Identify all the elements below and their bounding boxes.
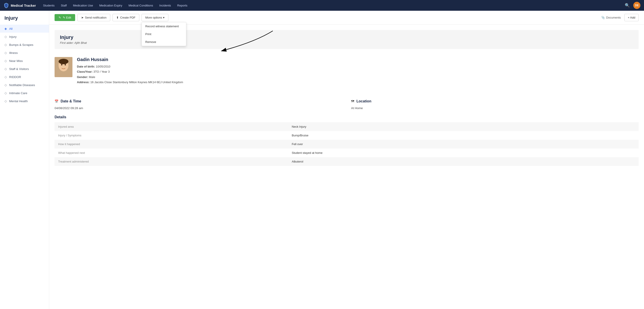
injury-icon: ◇	[4, 35, 7, 38]
detail-label: Injured area	[54, 122, 288, 131]
sidebar-item-riddor[interactable]: ◇ RIDDOR	[0, 73, 49, 81]
location-header: 🗺 Location	[351, 99, 639, 103]
all-icon: ◈	[4, 27, 7, 30]
dropdown-item-print[interactable]: Print	[142, 30, 186, 38]
detail-label: What happened next	[54, 148, 288, 157]
staff-visitors-icon: ◇	[4, 67, 7, 71]
more-options-dropdown[interactable]: More options ▾ Record witness statement …	[142, 14, 168, 21]
table-row: Injured area Neck Injury	[54, 122, 639, 131]
gender-value: Male	[89, 75, 95, 79]
table-row: What happened next Student stayed at hom…	[54, 148, 639, 157]
dropdown-item-remove[interactable]: Remove	[142, 38, 186, 46]
detail-label: Treatment administered	[54, 157, 288, 166]
class-row: Class/Year: 3TO / Year 3	[77, 69, 183, 74]
sidebar-item-bumps[interactable]: ◇ Bumps & Scrapes	[0, 41, 49, 49]
table-row: How it happened Fell over	[54, 140, 639, 148]
nav-medication-expiry[interactable]: Medication Expiry	[96, 0, 125, 11]
dob-row: Date of birth: 10/05/2010	[77, 64, 183, 69]
date-time-section: 📅 Date & Time 04/08/2022 09:28 am	[54, 95, 342, 110]
riddor-icon: ◇	[4, 75, 7, 79]
intimate-care-icon: ◇	[4, 91, 7, 95]
sidebar-item-near-miss[interactable]: ◇ Near Miss	[0, 57, 49, 65]
address-value: 16 Jacobs Close Stantonbury Milton Keyne…	[90, 80, 183, 84]
profile-info: Gadin Hussain Date of birth: 10/05/2010 …	[77, 57, 183, 85]
patient-name: Gadin Hussain	[77, 57, 183, 62]
illness-icon: ◇	[4, 51, 7, 54]
edit-icon: ✎	[58, 16, 61, 19]
app-name: Medical Tracker	[11, 4, 36, 8]
topnav: Medical Tracker Students Staff Medicatio…	[0, 0, 644, 11]
address-row: Address: 16 Jacobs Close Stantonbury Mil…	[77, 80, 183, 85]
table-row: Treatment administered Albuterol	[54, 157, 639, 166]
documents-label: 📎 Documents	[601, 16, 621, 19]
calendar-icon: 📅	[54, 100, 58, 103]
send-icon: ➤	[81, 16, 84, 19]
layout: Injury ◈ All ◇ Injury ◇ Bumps & Scrapes …	[0, 11, 644, 309]
sidebar: Injury ◈ All ◇ Injury ◇ Bumps & Scrapes …	[0, 11, 49, 309]
details-section-header: Details	[54, 115, 639, 119]
more-options-menu: Record witness statement Print Remove	[142, 22, 186, 46]
pdf-icon: ⬆	[116, 16, 119, 19]
date-time-value: 04/08/2022 09:28 am	[54, 106, 342, 110]
more-options-button[interactable]: More options ▾	[142, 14, 168, 21]
date-time-header: 📅 Date & Time	[54, 99, 342, 103]
sidebar-item-injury[interactable]: ◇ Injury	[0, 33, 49, 41]
detail-label: Injury / Symptoms	[54, 131, 288, 140]
search-icon[interactable]: 🔍	[622, 3, 632, 8]
notifiable-icon: ◇	[4, 83, 7, 87]
date-location-row: 📅 Date & Time 04/08/2022 09:28 am 🗺 Loca…	[54, 95, 639, 110]
toolbar: ✎ ✎ Edit ➤ Send notification ⬆ Create PD…	[49, 11, 644, 24]
sidebar-item-all[interactable]: ◈ All	[0, 24, 49, 33]
nav-reports[interactable]: Reports	[175, 0, 190, 11]
avatar[interactable]: DE	[633, 2, 640, 9]
profile-row: Gadin Hussain Date of birth: 10/05/2010 …	[54, 54, 639, 88]
avatar	[54, 57, 72, 77]
send-notification-button[interactable]: ➤ Send notification	[77, 14, 110, 21]
bumps-icon: ◇	[4, 43, 7, 46]
nav-staff[interactable]: Staff	[58, 0, 70, 11]
details-table: Injured area Neck Injury Injury / Sympto…	[54, 122, 639, 166]
location-section: 🗺 Location At Home	[351, 95, 639, 110]
documents-area: 📎 Documents + Add	[601, 14, 639, 21]
app-logo[interactable]: Medical Tracker	[4, 3, 36, 8]
paperclip-icon: 📎	[601, 16, 605, 19]
gender-row: Gender: Male	[77, 74, 183, 80]
table-row: Injury / Symptoms Bump/Bruise	[54, 131, 639, 140]
detail-value: Neck Injury	[288, 122, 639, 131]
dob-value: 10/05/2010	[96, 65, 110, 68]
location-value: At Home	[351, 106, 639, 110]
nav-medical-conditions[interactable]: Medical Conditions	[126, 0, 156, 11]
map-icon: 🗺	[351, 100, 354, 103]
class-value: 3TO / Year 3	[94, 70, 110, 73]
near-miss-icon: ◇	[4, 59, 7, 62]
sidebar-item-illness[interactable]: ◇ Illness	[0, 49, 49, 57]
add-document-button[interactable]: + Add	[624, 14, 639, 21]
edit-button[interactable]: ✎ ✎ Edit	[54, 14, 75, 21]
main-content: ✎ ✎ Edit ➤ Send notification ⬆ Create PD…	[49, 11, 644, 309]
sidebar-item-mental-health[interactable]: ◇ Mental Health	[0, 97, 49, 105]
create-pdf-button[interactable]: ⬆ Create PDF	[112, 14, 139, 21]
detail-label: How it happened	[54, 140, 288, 148]
avatar-image	[54, 57, 72, 77]
sidebar-item-notifiable[interactable]: ◇ Notifiable Diseases	[0, 81, 49, 89]
nav-medication-use[interactable]: Medication Use	[70, 0, 96, 11]
detail-value: Fell over	[288, 140, 639, 148]
detail-value: Student stayed at home	[288, 148, 639, 157]
dropdown-item-witness[interactable]: Record witness statement	[142, 22, 186, 30]
sidebar-title: Injury	[0, 15, 49, 24]
svg-point-5	[58, 59, 68, 64]
nav-incidents[interactable]: Incidents	[156, 0, 174, 11]
page-content: Injury First aider: Ajith Bhat	[49, 24, 644, 171]
detail-value: Albuterol	[288, 157, 639, 166]
detail-value: Bump/Bruise	[288, 131, 639, 140]
nav-students[interactable]: Students	[40, 0, 57, 11]
sidebar-item-staff-visitors[interactable]: ◇ Staff & Visitors	[0, 65, 49, 73]
sidebar-item-intimate-care[interactable]: ◇ Intimate Care	[0, 89, 49, 97]
mental-health-icon: ◇	[4, 99, 7, 103]
